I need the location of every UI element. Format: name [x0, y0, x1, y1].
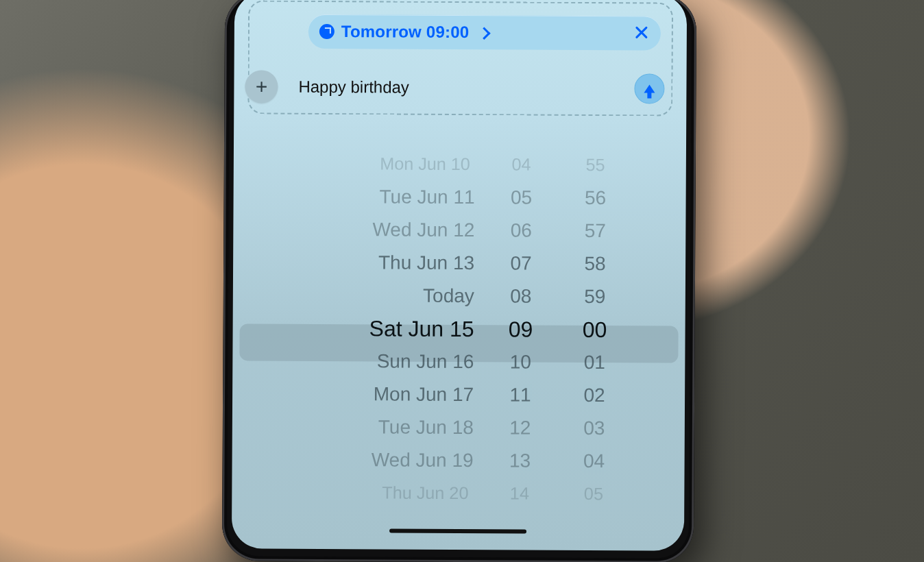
hour-option[interactable]: 08 — [510, 280, 531, 313]
schedule-chip-label: Tomorrow 09:00 — [341, 22, 470, 42]
plus-icon: + — [256, 75, 268, 98]
hour-option[interactable]: 10 — [510, 345, 531, 378]
hour-option[interactable]: 05 — [511, 181, 532, 214]
date-option[interactable]: Wed Jun 19 — [372, 443, 474, 477]
hour-option[interactable]: 06 — [511, 214, 532, 247]
message-input[interactable]: Happy birthday — [298, 77, 634, 99]
minute-option-selected[interactable]: 00 — [583, 313, 607, 346]
hour-wheel[interactable]: 04 05 06 07 08 09 10 11 12 13 14 — [492, 148, 549, 543]
add-button[interactable]: + — [245, 70, 278, 103]
hour-option[interactable]: 11 — [509, 378, 531, 411]
home-indicator[interactable] — [389, 528, 526, 533]
date-option[interactable]: Today — [423, 280, 474, 313]
picker-columns: Mon Jun 10 Tue Jun 11 Wed Jun 12 Thu Jun… — [273, 147, 645, 544]
remove-schedule-button[interactable] — [635, 24, 648, 42]
minute-wheel[interactable]: 55 56 57 58 59 00 01 02 03 04 05 — [566, 149, 623, 543]
minute-option[interactable]: 05 — [584, 479, 603, 509]
message-row: + Happy birthday — [249, 67, 671, 108]
date-option[interactable]: Mon Jun 17 — [374, 378, 474, 411]
hour-option-selected[interactable]: 09 — [509, 313, 533, 345]
minute-option[interactable]: 58 — [584, 247, 605, 280]
send-button[interactable] — [634, 73, 664, 103]
clock-icon — [319, 24, 335, 39]
screen: Tomorrow 09:00 + Happy birthday — [232, 0, 687, 551]
minute-option[interactable]: 04 — [583, 445, 605, 478]
date-wheel[interactable]: Mon Jun 10 Tue Jun 11 Wed Jun 12 Thu Jun… — [295, 147, 475, 543]
minute-option[interactable]: 55 — [586, 150, 605, 180]
arrow-up-icon — [644, 84, 655, 93]
scene-photo: Tomorrow 09:00 + Happy birthday — [0, 0, 924, 562]
iphone-frame: Tomorrow 09:00 + Happy birthday — [222, 0, 696, 562]
date-option[interactable]: Mon Jun 10 — [380, 149, 470, 180]
hour-option[interactable]: 12 — [509, 411, 531, 444]
date-option[interactable]: Tue Jun 18 — [378, 411, 474, 444]
minute-option[interactable]: 03 — [583, 412, 605, 445]
date-option[interactable]: Tue Jun 11 — [379, 180, 474, 214]
hour-option[interactable]: 13 — [509, 444, 531, 477]
chevron-right-icon — [478, 27, 491, 39]
date-option[interactable]: Thu Jun 13 — [378, 246, 474, 280]
date-option[interactable]: Thu Jun 20 — [382, 478, 468, 509]
minute-option[interactable]: 02 — [583, 379, 605, 412]
hour-option[interactable]: 07 — [510, 247, 531, 280]
compose-area: Tomorrow 09:00 + Happy birthday — [247, 0, 673, 116]
date-option[interactable]: Wed Jun 12 — [372, 213, 474, 247]
minute-option[interactable]: 59 — [584, 280, 605, 313]
minute-option[interactable]: 01 — [584, 346, 605, 379]
hour-option[interactable]: 14 — [510, 479, 529, 509]
minute-option[interactable]: 56 — [585, 182, 606, 215]
date-option-selected[interactable]: Sat Jun 15 — [369, 312, 474, 345]
datetime-picker: Mon Jun 10 Tue Jun 11 Wed Jun 12 Thu Jun… — [232, 129, 686, 550]
hour-option[interactable]: 04 — [512, 150, 531, 180]
date-option[interactable]: Sun Jun 16 — [377, 345, 474, 378]
schedule-chip[interactable]: Tomorrow 09:00 — [308, 14, 661, 51]
schedule-chip-open[interactable]: Tomorrow 09:00 — [308, 22, 489, 42]
minute-option[interactable]: 57 — [585, 215, 606, 247]
close-icon — [635, 25, 648, 39]
